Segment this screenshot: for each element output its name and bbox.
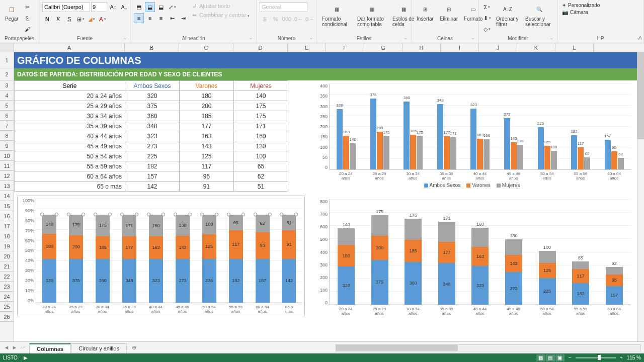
row-header-22[interactable]: 22: [0, 272, 14, 282]
find-select-button[interactable]: 🔍Buscar y seleccionar: [523, 2, 555, 28]
align-center-button[interactable]: ≡: [145, 13, 155, 23]
font-grow-button[interactable]: A↑: [108, 2, 118, 12]
dec-dec-button[interactable]: .0→: [304, 14, 314, 24]
row-header-2[interactable]: 2: [0, 68, 14, 80]
border-button[interactable]: ⊞: [75, 14, 86, 24]
chart-stacked-100[interactable]: 0%10%20%30%40%50%60%70%80%90%100% 320180…: [17, 196, 305, 316]
view-pagebreak-button[interactable]: ▣: [555, 354, 565, 361]
tab-circular[interactable]: Circular y anillos: [71, 343, 127, 353]
view-normal-button[interactable]: ▦: [536, 354, 545, 361]
customize-button[interactable]: ✶Personalizado: [562, 3, 639, 8]
zoom-out-button[interactable]: −: [569, 355, 572, 360]
row-header-17[interactable]: 17: [0, 221, 14, 231]
row-header-16[interactable]: 16: [0, 211, 14, 221]
camera-button[interactable]: 📷Cámara: [562, 10, 639, 15]
dec-inc-button[interactable]: .0←: [293, 14, 303, 24]
macro-record-icon[interactable]: ▶: [24, 355, 28, 360]
tab-nav-next[interactable]: ►: [11, 344, 18, 351]
row-header-19[interactable]: 19: [0, 241, 14, 251]
percent-button[interactable]: %: [271, 14, 281, 24]
font-size-select[interactable]: [91, 2, 107, 12]
col-header-E[interactable]: E: [288, 43, 326, 52]
row-header-24[interactable]: 24: [0, 292, 14, 302]
col-header-L[interactable]: L: [555, 43, 594, 52]
tab-add-button[interactable]: ⊕: [127, 343, 141, 352]
align-top-button[interactable]: ⬒: [134, 2, 144, 12]
conditional-format-button[interactable]: ▦Formato condicional: [320, 2, 353, 28]
italic-button[interactable]: K: [53, 14, 63, 24]
row-header-20[interactable]: 20: [0, 251, 14, 261]
select-all-corner[interactable]: [0, 43, 14, 52]
col-header-H[interactable]: H: [403, 43, 441, 52]
align-bottom-button[interactable]: ⬓: [156, 2, 166, 12]
col-header-D[interactable]: D: [233, 43, 288, 52]
underline-button[interactable]: S: [64, 14, 74, 24]
wrap-text-button[interactable]: Ajustar texto: [199, 3, 230, 9]
row-header-14[interactable]: 14: [0, 191, 14, 201]
row-header-23[interactable]: 23: [0, 282, 14, 292]
font-shrink-button[interactable]: A↓: [119, 2, 129, 12]
align-middle-button[interactable]: ⬓: [145, 2, 155, 12]
row-header-12[interactable]: 12: [0, 171, 14, 181]
clear-button[interactable]: ◇: [482, 24, 492, 34]
indent-dec-button[interactable]: ⇤: [167, 13, 177, 23]
zoom-slider[interactable]: [576, 357, 616, 358]
tab-columnas[interactable]: Columnas: [29, 343, 71, 353]
chart-clustered[interactable]: 050100150200250300350400 320180140375200…: [311, 81, 633, 192]
row-header-4[interactable]: 4: [0, 90, 14, 101]
format-painter-button[interactable]: 🖌: [23, 24, 33, 34]
orientation-button[interactable]: ⤢: [167, 2, 177, 12]
row-header-1[interactable]: 1: [0, 52, 14, 68]
row-header-6[interactable]: 6: [0, 111, 14, 121]
row-header-21[interactable]: 21: [0, 261, 14, 272]
col-header-J[interactable]: J: [479, 43, 517, 52]
tab-nav-prev[interactable]: ◄: [3, 344, 10, 351]
row-header-10[interactable]: 10: [0, 151, 14, 161]
currency-button[interactable]: $: [260, 14, 270, 24]
col-header-F[interactable]: F: [326, 43, 364, 52]
delete-cells-button[interactable]: ⊟Eliminar: [438, 2, 460, 23]
align-right-button[interactable]: ≡: [156, 13, 166, 23]
row-header-11[interactable]: 11: [0, 161, 14, 171]
indent-inc-button[interactable]: ⇥: [178, 13, 188, 23]
font-name-select[interactable]: [42, 2, 90, 12]
horizontal-scrollbar[interactable]: [336, 344, 641, 351]
col-header-C[interactable]: C: [179, 43, 233, 52]
row-header-5[interactable]: 5: [0, 101, 14, 111]
comma-button[interactable]: 000: [282, 14, 292, 24]
collapse-ribbon-button[interactable]: ᐱ: [638, 35, 642, 41]
view-layout-button[interactable]: ▤: [546, 354, 555, 361]
worksheet-cells[interactable]: GRÁFICO DE COLUMNAS DATOS DE PARTIDA: DI…: [14, 52, 644, 341]
copy-button[interactable]: ⎘: [23, 13, 33, 23]
fill-color-button[interactable]: ◢: [87, 14, 97, 24]
fill-button[interactable]: ⬇: [482, 13, 492, 23]
row-header-13[interactable]: 13: [0, 181, 14, 191]
autosum-button[interactable]: Σ: [482, 2, 492, 12]
merge-button[interactable]: Combinar y centrar: [199, 12, 250, 18]
zoom-level[interactable]: 115 %: [627, 355, 641, 360]
row-header-3[interactable]: 3: [0, 80, 14, 90]
align-left-button[interactable]: ≡: [134, 13, 144, 23]
row-header-25[interactable]: 25: [0, 302, 14, 312]
paste-button[interactable]: 📋 Pegar: [3, 2, 21, 23]
vertical-scrollbar[interactable]: [637, 52, 644, 341]
row-header-26[interactable]: 26: [0, 312, 14, 322]
col-header-A[interactable]: A: [14, 43, 125, 52]
format-table-button[interactable]: ▦Dar formato como tabla: [355, 2, 388, 28]
row-header-7[interactable]: 7: [0, 121, 14, 131]
insert-cells-button[interactable]: ⊞Insertar: [415, 2, 436, 23]
row-header-18[interactable]: 18: [0, 231, 14, 241]
tab-nav-menu[interactable]: ⋯: [19, 344, 26, 351]
col-header-G[interactable]: G: [364, 43, 403, 52]
row-header-9[interactable]: 9: [0, 141, 14, 151]
sort-filter-button[interactable]: A↓ZOrdenar y filtrar: [494, 2, 521, 28]
zoom-in-button[interactable]: +: [620, 355, 623, 360]
row-header-8[interactable]: 8: [0, 131, 14, 141]
number-format-select[interactable]: [260, 2, 307, 12]
bold-button[interactable]: N: [42, 14, 52, 24]
col-header-B[interactable]: B: [125, 43, 179, 52]
font-color-button[interactable]: A: [98, 14, 108, 24]
cut-button[interactable]: ✂: [23, 2, 33, 12]
col-header-I[interactable]: I: [441, 43, 479, 52]
row-header-15[interactable]: 15: [0, 201, 14, 211]
